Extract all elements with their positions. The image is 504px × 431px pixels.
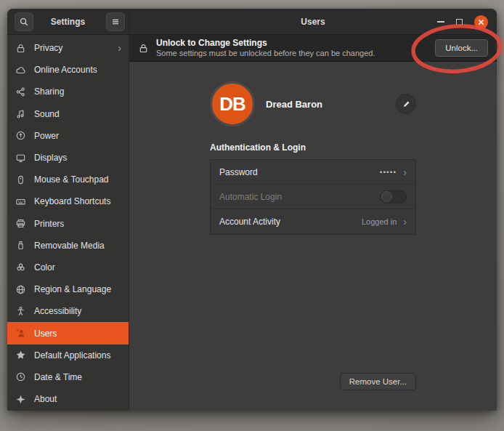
- sparkle-icon: [15, 394, 26, 405]
- sidebar-label: Default Applications: [34, 350, 110, 360]
- minimize-icon[interactable]: [437, 21, 444, 23]
- sidebar-label: Region & Language: [34, 284, 111, 294]
- user-header: DB Dread Baron: [210, 81, 416, 126]
- avatar: DB: [210, 81, 255, 126]
- automatic-login-row: Automatic Login: [211, 185, 415, 209]
- auth-list: Password ••••• › Automatic Login: [210, 159, 416, 235]
- users-icon: [15, 328, 26, 339]
- printer-icon: [15, 218, 26, 229]
- sidebar-label: Displays: [34, 153, 67, 163]
- pencil-icon: [402, 100, 411, 109]
- close-icon[interactable]: [474, 15, 488, 29]
- users-panel: Unlock to Change Settings Some settings …: [129, 35, 497, 411]
- sidebar: Privacy › Online Accounts Sharing Sound: [7, 35, 129, 411]
- lock-icon: [138, 43, 149, 54]
- account-activity-label: Account Activity: [219, 217, 280, 227]
- automatic-login-toggle[interactable]: [380, 190, 407, 204]
- sidebar-label: About: [34, 394, 57, 404]
- titlebar-left: Settings: [7, 9, 129, 34]
- toggle-knob: [381, 191, 392, 202]
- window-controls: [437, 9, 488, 35]
- desktop-background: Settings Users: [0, 0, 504, 431]
- password-dots: •••••: [380, 169, 397, 176]
- unlock-banner: Unlock to Change Settings Some settings …: [129, 35, 497, 62]
- auth-section: Authentication & Login Password ••••• ›: [210, 142, 416, 235]
- sidebar-item-removable-media[interactable]: Removable Media: [7, 235, 129, 257]
- unlock-banner-subtitle: Some settings must be unlocked before th…: [156, 49, 375, 59]
- sidebar-item-date-time[interactable]: Date & Time: [7, 366, 129, 388]
- sidebar-item-sound[interactable]: Sound: [7, 103, 129, 125]
- titlebar: Settings Users: [7, 9, 497, 35]
- unlock-banner-text: Unlock to Change Settings Some settings …: [156, 38, 375, 59]
- unlock-button[interactable]: Unlock...: [435, 39, 488, 57]
- unlock-banner-title: Unlock to Change Settings: [156, 38, 375, 49]
- lock-icon: [15, 43, 26, 54]
- user-name: Dread Baron: [266, 99, 322, 110]
- sidebar-item-mouse-touchpad[interactable]: Mouse & Touchpad: [7, 169, 129, 190]
- settings-window: Settings Users: [7, 9, 497, 411]
- sidebar-item-accessibility[interactable]: Accessibility: [7, 300, 129, 322]
- sidebar-item-printers[interactable]: Printers: [7, 213, 129, 235]
- sidebar-label: Sound: [34, 109, 60, 119]
- cloud-icon: [15, 65, 26, 76]
- display-icon: [15, 153, 26, 164]
- sidebar-item-region-language[interactable]: Region & Language: [7, 278, 129, 300]
- sidebar-label: Removable Media: [34, 241, 105, 251]
- sidebar-item-displays[interactable]: Displays: [7, 147, 129, 169]
- window-body: Privacy › Online Accounts Sharing Sound: [7, 35, 497, 411]
- sidebar-item-color[interactable]: Color: [7, 257, 129, 278]
- sidebar-label: Date & Time: [34, 372, 82, 382]
- sidebar-label: Printers: [34, 219, 64, 229]
- globe-icon: [15, 284, 26, 295]
- sidebar-label: Mouse & Touchpad: [34, 174, 109, 185]
- accessibility-icon: [15, 306, 26, 317]
- maximize-icon[interactable]: [456, 19, 463, 25]
- chevron-right-icon: ›: [403, 167, 407, 177]
- sidebar-label: Color: [34, 262, 55, 273]
- sidebar-label: Keyboard Shortcuts: [34, 196, 110, 206]
- account-activity-value: Logged in: [362, 217, 397, 226]
- sidebar-item-about[interactable]: About: [7, 388, 129, 410]
- mouse-icon: [15, 174, 26, 185]
- sidebar-label: Privacy: [34, 43, 62, 53]
- share-icon: [15, 86, 26, 97]
- auth-section-header: Authentication & Login: [210, 142, 416, 153]
- sidebar-label: Users: [34, 329, 57, 339]
- automatic-login-label: Automatic Login: [219, 192, 282, 202]
- titlebar-right: Users: [129, 9, 497, 34]
- search-icon: [19, 17, 29, 27]
- hamburger-menu-icon: [110, 17, 121, 27]
- sidebar-item-sharing[interactable]: Sharing: [7, 81, 129, 102]
- menu-button[interactable]: [106, 12, 125, 31]
- search-button[interactable]: [15, 12, 33, 31]
- chevron-right-icon: ›: [403, 217, 407, 227]
- edit-name-button[interactable]: [396, 94, 416, 114]
- sidebar-item-keyboard-shortcuts[interactable]: Keyboard Shortcuts: [7, 190, 129, 212]
- music-note-icon: [15, 108, 26, 119]
- color-icon: [15, 262, 26, 273]
- sidebar-item-power[interactable]: Power: [7, 125, 129, 147]
- password-row[interactable]: Password ••••• ›: [211, 160, 415, 185]
- sidebar-label: Power: [34, 131, 59, 141]
- remove-user-button[interactable]: Remove User...: [340, 373, 416, 390]
- close-x-glyph: [478, 19, 484, 25]
- clock-icon: [15, 371, 26, 382]
- account-activity-row[interactable]: Account Activity Logged in ›: [211, 209, 415, 234]
- chevron-right-icon: ›: [118, 43, 121, 53]
- sidebar-item-online-accounts[interactable]: Online Accounts: [7, 59, 129, 81]
- flash-drive-icon: [15, 240, 26, 251]
- sidebar-item-users[interactable]: Users: [7, 322, 129, 344]
- user-page: DB Dread Baron Authentication & Login Pa…: [129, 62, 497, 411]
- keyboard-icon: [15, 196, 26, 207]
- password-label: Password: [219, 167, 258, 177]
- sidebar-label: Accessibility: [34, 306, 81, 316]
- power-icon: [15, 130, 26, 141]
- star-icon: [15, 350, 26, 360]
- sidebar-label: Sharing: [34, 86, 64, 97]
- sidebar-item-privacy[interactable]: Privacy ›: [7, 37, 129, 59]
- sidebar-label: Online Accounts: [34, 65, 97, 75]
- sidebar-item-default-applications[interactable]: Default Applications: [7, 345, 129, 366]
